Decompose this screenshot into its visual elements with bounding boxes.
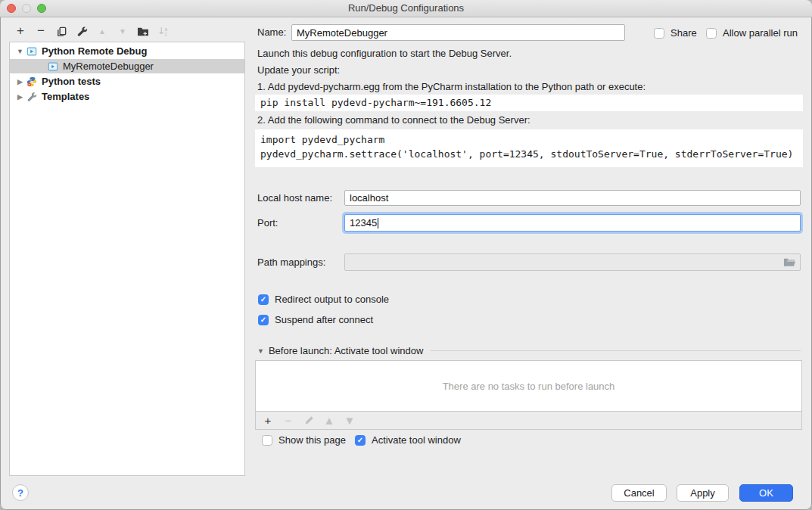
activate-tool-window-checkbox[interactable]: Activate tool window	[355, 434, 461, 446]
before-launch-section-header[interactable]: ▼ Before launch: Activate tool window	[257, 345, 801, 356]
settrace-code-block: import pydevd_pycharm pydevd_pycharm.set…	[255, 129, 803, 167]
allow-parallel-run-checkbox-label: Allow parallel run	[723, 27, 798, 39]
suspend-after-connect-checkbox-label: Suspend after connect	[275, 314, 373, 325]
name-input[interactable]: MyRemoteDebugger	[291, 24, 625, 41]
remove-task-button: −	[283, 415, 294, 426]
section-rule	[430, 350, 801, 351]
run-config-icon	[26, 45, 38, 57]
port-label: Port:	[257, 215, 278, 232]
allow-parallel-run-checkbox-box[interactable]	[706, 28, 717, 39]
add-configuration-button[interactable]: +	[13, 23, 28, 39]
tree-item-label: Python Remote Debug	[42, 45, 147, 57]
browse-folder-icon[interactable]	[783, 257, 795, 268]
apply-button[interactable]: Apply	[677, 484, 729, 502]
templates-wrench-icon	[26, 91, 38, 102]
redirect-output-checkbox-label: Redirect output to console	[275, 294, 389, 305]
tree-item-python-remote-debug[interactable]: ▼ Python Remote Debug	[10, 44, 244, 58]
configurations-toolbar: + − ▲ ▼ a z	[13, 23, 171, 39]
help-button[interactable]: ?	[12, 484, 29, 501]
name-label: Name:	[257, 24, 286, 41]
code-line-2: pydevd_pycharm.settrace('localhost', por…	[260, 147, 798, 161]
text-caret	[378, 218, 378, 229]
chevron-expanded-icon[interactable]: ▼	[16, 48, 24, 55]
activate-tool-window-checkbox-label: Activate tool window	[372, 434, 461, 446]
no-tasks-message: There are no tasks to run before launch	[256, 361, 801, 411]
allow-parallel-run-checkbox[interactable]: Allow parallel run	[706, 27, 798, 39]
tree-item-python-tests[interactable]: ▶ Python tests	[10, 74, 244, 89]
chevron-collapsed-icon[interactable]: ▶	[16, 93, 24, 101]
configurations-tree: ▼ Python Remote Debug MyRemoteDebugger ▶	[9, 42, 245, 476]
move-up-icon: ▲	[95, 23, 110, 39]
remove-configuration-button[interactable]: −	[33, 23, 48, 39]
window-title: Run/Debug Configurations	[0, 0, 812, 17]
move-task-down-icon: ▼	[344, 415, 355, 426]
name-value: MyRemoteDebugger	[297, 27, 387, 39]
suspend-after-connect-checkbox[interactable]: Suspend after connect	[258, 314, 373, 325]
help-icon: ?	[17, 487, 23, 499]
cancel-button[interactable]: Cancel	[611, 484, 667, 502]
chevron-collapsed-icon[interactable]: ▶	[16, 78, 24, 86]
suspend-after-connect-checkbox-box[interactable]	[258, 315, 269, 325]
pip-install-command: pip install pydevd-pycharm~=191.6605.12	[255, 95, 803, 111]
svg-text:z: z	[164, 31, 166, 36]
tree-item-label: MyRemoteDebugger	[63, 61, 154, 72]
activate-tool-window-checkbox-box[interactable]	[355, 435, 366, 446]
redirect-output-checkbox-box[interactable]	[258, 294, 269, 305]
step-2-text: 2. Add the following command to connect …	[257, 114, 530, 126]
before-launch-tasks-panel: There are no tasks to run before launch …	[255, 360, 802, 430]
title-bar: Run/Debug Configurations	[0, 0, 812, 17]
python-tests-icon	[26, 76, 38, 87]
share-checkbox-label: Share	[670, 27, 697, 39]
description-line-2: Update your script:	[257, 64, 340, 76]
share-checkbox[interactable]: Share	[654, 27, 697, 39]
local-host-name-label: Local host name:	[257, 190, 332, 206]
minimize-window-button	[22, 4, 31, 13]
new-folder-icon[interactable]	[135, 23, 151, 39]
port-value: 12345	[350, 217, 377, 229]
close-window-button[interactable]	[7, 4, 16, 13]
edit-defaults-wrench-icon[interactable]	[74, 23, 89, 39]
local-host-name-input[interactable]: localhost	[344, 190, 801, 206]
before-launch-title: Before launch: Activate tool window	[269, 345, 424, 356]
move-down-icon: ▼	[115, 23, 130, 39]
path-mappings-input[interactable]	[344, 253, 801, 271]
step-1-text: 1. Add pydevd-pycharm.egg from the PyCha…	[257, 81, 646, 92]
tree-item-label: Python tests	[42, 76, 101, 87]
show-this-page-checkbox[interactable]: Show this page	[262, 434, 346, 446]
tree-item-templates[interactable]: ▶ Templates	[10, 89, 244, 104]
run-debug-configurations-dialog: Run/Debug Configurations + − ▲ ▼ a	[0, 0, 812, 510]
section-collapse-icon[interactable]: ▼	[257, 347, 264, 355]
zoom-window-button[interactable]	[37, 4, 46, 13]
show-this-page-checkbox-label: Show this page	[278, 434, 346, 446]
description-line-1: Launch this debug configuration to start…	[257, 48, 512, 59]
copy-configuration-icon[interactable]	[54, 23, 69, 39]
path-mappings-label: Path mappings:	[257, 254, 325, 271]
show-this-page-checkbox-box[interactable]	[262, 435, 272, 446]
traffic-lights	[7, 4, 46, 13]
share-checkbox-box[interactable]	[654, 28, 664, 39]
add-task-button[interactable]: +	[263, 415, 273, 426]
tree-item-myremotedebugger[interactable]: MyRemoteDebugger	[10, 59, 244, 73]
code-line-1: import pydevd_pycharm	[260, 132, 798, 147]
tree-item-label: Templates	[42, 91, 89, 102]
ok-button[interactable]: OK	[739, 484, 793, 502]
redirect-output-checkbox[interactable]: Redirect output to console	[258, 294, 389, 305]
edit-task-pencil-icon	[303, 415, 314, 426]
move-task-up-icon: ▲	[324, 415, 334, 426]
tasks-toolbar: + − ▲ ▼	[256, 411, 801, 429]
run-config-icon	[48, 61, 59, 72]
local-host-name-value: localhost	[350, 192, 388, 204]
port-input[interactable]: 12345	[344, 214, 801, 232]
sort-configurations-icon: a z	[156, 23, 171, 39]
